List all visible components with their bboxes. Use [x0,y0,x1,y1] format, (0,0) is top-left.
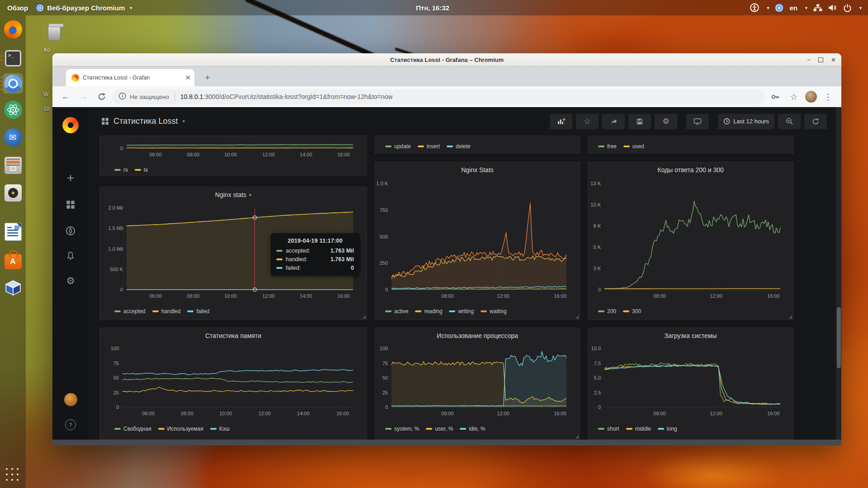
scrollbar-thumb[interactable] [837,307,841,368]
memory-chart[interactable]: 025507510006:0008:0010:0012:0014:0016:00 [100,342,367,422]
zoom-out-time-button[interactable] [778,114,801,129]
dock-chromium[interactable] [3,73,23,94]
sidebar-alerting-icon[interactable] [52,245,89,266]
legend-item[interactable]: idle, % [460,426,485,432]
legend-item[interactable]: writing [449,308,474,314]
clock[interactable]: Птн, 16:32 [416,0,449,15]
volume-icon[interactable] [828,4,837,12]
close-button[interactable]: ✕ [831,56,836,63]
dashboard-settings-button[interactable]: ⚙ [655,114,677,129]
panel-title[interactable]: Использование процессора [375,331,580,341]
legend-item[interactable]: system, % [385,426,419,432]
panel-legend: rxtx [100,164,367,176]
legend-item[interactable]: delete [447,143,471,150]
gnome-top-bar: Обзор Веб-браузер Chromium ▾ Птн, 16:32 … [0,0,868,15]
sidebar-explore-icon[interactable] [52,221,89,241]
info-icon[interactable] [118,92,126,102]
reload-button[interactable] [94,89,109,104]
network-icon[interactable] [813,4,822,12]
legend-item[interactable]: middle [626,426,651,432]
browser-menu-icon[interactable]: ⋮ [821,89,836,104]
dock-ubuntu-software[interactable]: A [3,249,23,270]
dock-libreoffice-writer[interactable] [3,221,23,242]
panel-title[interactable]: Статистика памяти [100,331,367,341]
profile-avatar[interactable] [805,91,817,103]
panel-title[interactable]: Коды ответа 200 и 300 [588,165,793,175]
legend-item[interactable]: insert [418,143,440,150]
url-text[interactable]: 10.8.0.1:3000/d/oCPvurUiz/statistika-los… [180,93,393,100]
load-chart[interactable]: 02.55.07.510.008:0012:0016:00 [588,342,793,422]
legend-item[interactable]: tx [135,167,148,173]
nginx-stats2-chart[interactable]: 02505007501.0 K08:0012:0016:00 [375,176,580,305]
dock-terminal[interactable]: >_ [3,48,23,68]
activities-button[interactable]: Обзор [7,4,28,12]
panel-title[interactable]: Загрузка системы [588,331,793,341]
address-bar[interactable]: Не защищено 10.8.0.1:3000/d/oCPvurUiz/st… [112,89,764,104]
accessibility-icon[interactable] [750,3,759,12]
sidebar-user-avatar[interactable] [52,389,89,410]
save-dashboard-button[interactable] [628,114,651,129]
dock-speaker-box[interactable] [3,183,23,203]
legend-item[interactable]: Кэш [210,426,230,432]
legend-item[interactable]: Свободная [114,426,151,432]
legend-item[interactable]: Используемая [158,426,203,432]
cpu-chart[interactable]: 025507510008:0012:0016:00 [375,342,580,422]
legend-item[interactable]: reading [415,308,442,314]
app-menu[interactable]: Веб-браузер Chromium ▾ [36,4,132,12]
security-label[interactable]: Не защищено [130,94,169,100]
dock-thunderbird[interactable]: ✉ [3,127,23,147]
show-applications-button[interactable] [6,468,19,482]
svg-text:16:00: 16:00 [767,411,780,416]
legend-item[interactable]: free [598,143,617,150]
refresh-button[interactable] [804,114,827,129]
keyboard-layout[interactable]: en [789,4,797,12]
tab-statistika-losst[interactable]: Статистика Losst - Grafan ✕ [66,69,194,86]
legend-item[interactable]: handled [152,308,181,314]
window-titlebar[interactable]: Статистика Losst - Grafana – Chromium − … [52,53,841,66]
dock-file-cabinet[interactable] [3,155,23,175]
legend-item[interactable]: active [385,308,408,314]
legend-item[interactable]: long [658,426,677,432]
chromium-tray-icon[interactable] [775,4,783,12]
network-chart[interactable]: 006:0008:0010:0012:0014:0016:00 [100,136,367,157]
star-dashboard-button[interactable]: ☆ [576,114,599,129]
legend-item[interactable]: accepted [114,308,146,314]
share-dashboard-button[interactable] [602,114,625,129]
legend-item[interactable]: update [385,143,411,150]
back-button[interactable]: ← [58,89,73,104]
dock-virtualbox[interactable] [3,278,23,299]
add-panel-button[interactable] [550,114,572,129]
key-icon[interactable] [767,89,783,104]
cycle-view-mode-button[interactable] [686,114,709,129]
new-tab-button[interactable]: + [202,72,213,84]
time-range-picker[interactable]: Last 12 hours [718,114,774,129]
minimize-button[interactable]: − [807,56,811,63]
sidebar-help-icon[interactable]: ? [52,414,89,435]
dock-firefox[interactable] [3,19,23,39]
response-codes-chart[interactable]: 03 K5 K8 K10 K13 K08:0012:0016:00 [588,176,793,305]
panel-title[interactable]: Nginx stats▾ [100,190,367,200]
legend-item[interactable]: short [598,426,619,432]
maximize-button[interactable] [818,57,823,62]
legend-item[interactable]: 300 [623,308,641,314]
power-icon[interactable] [843,4,852,12]
sidebar-create-button[interactable]: + [52,168,89,188]
panel-title[interactable]: Nginx Stats [375,165,580,175]
bookmark-star-icon[interactable]: ☆ [786,89,802,104]
grafana-logo[interactable] [52,115,89,136]
breadcrumb[interactable]: Статистика Losst ▾ [101,117,185,126]
legend-item[interactable]: failed [187,308,209,314]
legend-item[interactable]: rx [114,167,128,173]
legend-item[interactable]: 200 [598,308,616,314]
scrollbar[interactable] [836,107,841,440]
sidebar-configuration-icon[interactable]: ⚙ [52,271,89,291]
legend-item[interactable]: used [623,143,644,150]
legend-item[interactable]: user, % [426,426,453,432]
tab-close-icon[interactable]: ✕ [185,74,191,82]
dashboard-title[interactable]: Статистика Losst [113,117,178,126]
legend-item[interactable]: waiting [481,308,506,314]
forward-button[interactable]: → [76,89,91,104]
dock-atom[interactable] [3,99,23,120]
trash-icon[interactable] [45,25,63,41]
sidebar-dashboards-icon[interactable] [52,194,89,215]
